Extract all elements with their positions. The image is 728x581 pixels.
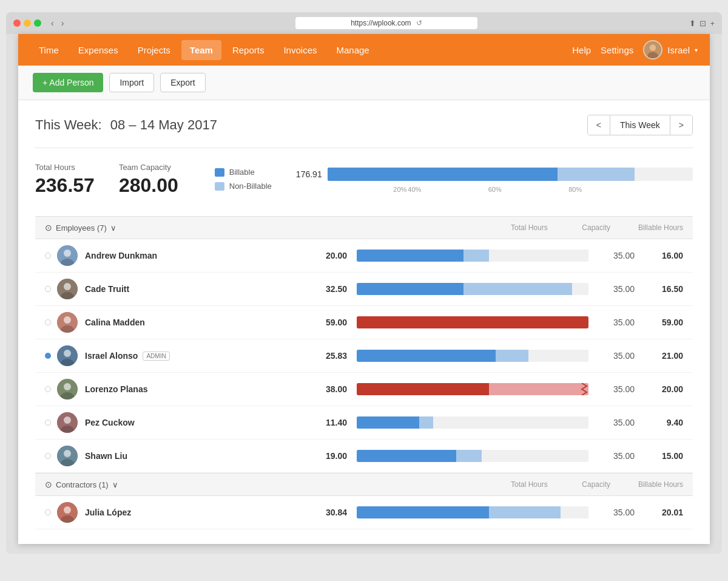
col-billable-hours: Billable Hours: [622, 223, 683, 232]
person-bar-nonbillable: [496, 350, 528, 362]
browser-forward-button[interactable]: ›: [59, 18, 67, 28]
person-total-hours: 11.40: [317, 418, 347, 427]
person-name[interactable]: Cade Truitt: [85, 284, 317, 294]
admin-badge: ADMIN: [143, 352, 169, 361]
contractors-col-capacity: Capacity: [574, 480, 610, 489]
non-billable-swatch: [215, 182, 224, 191]
person-avatar: [57, 245, 78, 266]
person-bar-billable: [357, 250, 463, 262]
person-billable-hours: 20.01: [635, 508, 683, 517]
person-bar-billable: [357, 383, 489, 395]
person-bar-billable: [357, 350, 496, 362]
nav-item-invoices[interactable]: Invoices: [275, 40, 325, 60]
tick-80: 80%: [568, 186, 582, 193]
employees-label: Employees (7): [56, 223, 107, 233]
svg-point-19: [64, 416, 71, 424]
help-link[interactable]: Help: [572, 45, 591, 55]
import-button[interactable]: Import: [109, 73, 154, 92]
person-dot: [45, 420, 51, 426]
person-dot: [45, 453, 51, 459]
user-avatar: [643, 40, 662, 59]
nav-item-team[interactable]: Team: [181, 40, 221, 60]
svg-point-13: [64, 350, 71, 357]
billable-chart-row: 176.91: [296, 168, 693, 181]
person-total-hours: 59.00: [317, 318, 347, 327]
person-dot: [45, 253, 51, 259]
window-close-dot[interactable]: [13, 19, 21, 27]
person-capacity: 35.00: [598, 251, 635, 260]
contractors-clock-icon: ⊙: [45, 480, 52, 489]
person-bar-nonbillable: [489, 383, 588, 395]
person-total-hours: 38.00: [317, 384, 347, 394]
person-bar-billable: [357, 450, 456, 462]
share-button[interactable]: ⬆: [689, 19, 696, 28]
new-tab-button[interactable]: ⊡: [699, 19, 706, 28]
person-name[interactable]: Lorenzo Planas: [85, 384, 317, 394]
url-text: https://wplook.com: [351, 19, 411, 27]
person-avatar: [57, 446, 78, 466]
svg-point-16: [64, 383, 71, 390]
nav-item-expenses[interactable]: Expenses: [70, 40, 127, 60]
window-maximize-dot[interactable]: [34, 19, 41, 27]
person-name[interactable]: Calina Madden: [85, 318, 317, 327]
person-bar-billable: [357, 316, 588, 328]
person-bar-container: [357, 250, 588, 262]
person-name[interactable]: Shawn Liu: [85, 451, 317, 461]
nav-item-time[interactable]: Time: [30, 40, 67, 60]
browser-back-button[interactable]: ‹: [49, 18, 56, 28]
settings-link[interactable]: Settings: [601, 45, 633, 55]
week-next-button[interactable]: >: [670, 115, 692, 135]
person-name[interactable]: Israel AlonsoADMIN: [85, 351, 317, 361]
person-avatar: [57, 502, 78, 523]
week-header: This Week: 08 – 14 May 2017 < This Week …: [35, 115, 693, 135]
table-row: Pez Cuckow11.4035.009.40: [35, 406, 693, 440]
week-prev-button[interactable]: <: [588, 115, 610, 135]
export-button[interactable]: Export: [160, 73, 205, 92]
add-person-button[interactable]: + Add Person: [33, 73, 103, 92]
person-total-hours: 30.84: [317, 508, 347, 517]
billable-bar: [328, 168, 558, 181]
contractors-group-toggle[interactable]: ⊙ Contractors (1) ∨: [45, 480, 118, 489]
person-bar-nonbillable: [419, 416, 433, 429]
nav-item-projects[interactable]: Projects: [129, 40, 179, 60]
refresh-icon[interactable]: ↺: [416, 19, 422, 27]
table-row: Lorenzo Planas38.00 35.0020.00: [35, 373, 693, 406]
contractors-col-billable: Billable Hours: [622, 480, 683, 489]
nav-item-manage[interactable]: Manage: [328, 40, 377, 60]
add-tab-button[interactable]: +: [710, 19, 715, 28]
tick-60: 60%: [488, 186, 502, 193]
employees-group-toggle[interactable]: ⊙ Employees (7) ∨: [45, 223, 116, 233]
week-dates: 08 – 14 May 2017: [110, 117, 217, 132]
person-name[interactable]: Pez Cuckow: [85, 418, 317, 427]
employees-col-headers: Total Hours Capacity Billable Hours: [501, 223, 683, 232]
overflow-indicator: [580, 316, 588, 328]
person-capacity: 35.00: [598, 418, 635, 427]
address-bar[interactable]: https://wplook.com ↺: [295, 17, 477, 29]
person-capacity: 35.00: [598, 318, 635, 327]
person-billable-hours: 16.00: [635, 251, 683, 260]
person-dot: [45, 386, 51, 392]
person-name[interactable]: Julia López: [85, 508, 317, 517]
contractors-chevron-icon: ∨: [112, 480, 118, 489]
non-billable-legend: Non-Billable: [215, 182, 272, 191]
user-menu[interactable]: Israel ▾: [643, 40, 698, 59]
person-bar-container: [357, 283, 588, 295]
svg-point-22: [64, 450, 71, 457]
nav-right: Help Settings Israel ▾: [572, 40, 698, 59]
window-minimize-dot[interactable]: [24, 19, 31, 27]
table-row: Julia López30.8435.0020.01: [35, 496, 693, 529]
table-row: Cade Truitt32.5035.0016.50: [35, 273, 693, 306]
svg-point-25: [64, 506, 71, 514]
nav-item-reports[interactable]: Reports: [224, 40, 273, 60]
billable-label: Billable: [229, 168, 255, 177]
week-title-label: This Week:: [35, 117, 102, 132]
contractors-group-header: ⊙ Contractors (1) ∨ Total Hours Capacity…: [35, 473, 693, 496]
svg-point-1: [650, 44, 656, 51]
non-billable-bar-inline: [558, 168, 634, 181]
person-billable-hours: 59.00: [635, 318, 683, 327]
main-content: This Week: 08 – 14 May 2017 < This Week …: [18, 100, 710, 544]
person-billable-hours: 9.40: [635, 418, 683, 427]
person-name[interactable]: Andrew Dunkman: [85, 251, 317, 260]
person-bar-billable: [357, 416, 419, 429]
toolbar: + Add Person Import Export: [18, 66, 710, 100]
